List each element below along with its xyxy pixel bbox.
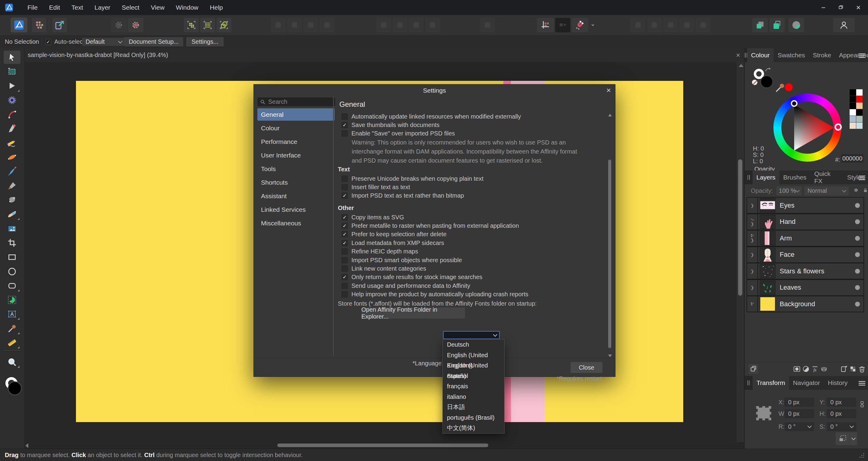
tool-paint-brush[interactable]	[4, 165, 21, 178]
align-1-button[interactable]	[376, 18, 391, 32]
layer-visibility-toggle[interactable]	[855, 285, 860, 290]
extra-4-button[interactable]	[679, 18, 694, 32]
settings-sidebar-item-miscellaneous[interactable]: Miscellaneous	[257, 217, 335, 229]
background-thumbnail[interactable]	[760, 297, 775, 311]
hex-input[interactable]: 000000	[841, 154, 864, 163]
close-button[interactable]: Close	[570, 362, 602, 373]
fill-stroke-selector[interactable]	[4, 377, 21, 396]
layers-tab-brushes[interactable]: Brushes	[779, 170, 810, 184]
checkbox-checked[interactable]: ✓	[341, 231, 348, 237]
tool-knife[interactable]	[4, 179, 21, 193]
grid-small-button[interactable]	[184, 18, 199, 32]
auto-select-dropdown[interactable]: Default	[82, 38, 125, 46]
swatch[interactable]	[856, 89, 863, 96]
settings-sidebar-item-performance[interactable]: Performance	[257, 136, 335, 148]
layer-visibility-toggle[interactable]	[855, 302, 860, 307]
checkbox-unchecked[interactable]	[341, 113, 348, 120]
tool-transparency[interactable]	[4, 208, 21, 221]
arm-thumbnail[interactable]	[760, 231, 775, 245]
checkbox-unchecked[interactable]	[341, 257, 348, 263]
language-option[interactable]: Deutsch	[443, 339, 504, 350]
language-select[interactable]	[443, 331, 500, 339]
align-2-button[interactable]	[393, 18, 407, 32]
swatch[interactable]	[856, 96, 863, 102]
menu-layer[interactable]: Layer	[89, 0, 116, 15]
checkbox-unchecked[interactable]	[341, 283, 348, 289]
transform-tab-transform[interactable]: Transform	[752, 376, 789, 390]
checkbox-checked[interactable]: ✓	[341, 274, 348, 280]
swatch[interactable]	[856, 103, 863, 109]
transform-s-field[interactable]: 0 °	[827, 422, 856, 431]
chevron-right-icon[interactable]: ❯	[750, 222, 754, 226]
settings-sidebar-item-tools[interactable]: Tools	[257, 163, 335, 175]
settings-sidebar-item-linked-services[interactable]: Linked Services	[257, 203, 335, 216]
checkbox-unchecked[interactable]	[341, 248, 348, 255]
align-3-button[interactable]	[409, 18, 424, 32]
menu-edit[interactable]: Edit	[43, 0, 66, 15]
panel-menu-icon[interactable]	[859, 175, 865, 181]
layer-visibility-toggle[interactable]	[855, 203, 860, 208]
chevron-right-icon[interactable]: ❯	[750, 285, 754, 290]
checkbox-checked[interactable]: ✓	[341, 223, 348, 229]
link-dimensions-icon[interactable]	[859, 401, 866, 409]
transform-w-field[interactable]: 0 px	[784, 409, 814, 418]
swatch[interactable]	[849, 116, 856, 122]
shapes-overlap-button[interactable]	[216, 18, 231, 32]
resize-grip[interactable]	[858, 452, 865, 459]
transform-r-field[interactable]: 0 °	[784, 422, 814, 431]
layer-row-eyes[interactable]: ❯Eyes	[747, 197, 864, 213]
tool-colour-picker[interactable]	[4, 322, 21, 335]
layers-tab-quick-fx[interactable]: Quick FX	[810, 170, 843, 184]
colour-picker-icon[interactable]	[775, 83, 785, 93]
grid-dense-button[interactable]	[200, 18, 215, 32]
tool-vector-crop[interactable]	[4, 236, 21, 250]
colour-tab-colour[interactable]: Colour	[747, 48, 774, 62]
affinity-designer-logo-button[interactable]	[11, 18, 27, 32]
extra-3-button[interactable]	[663, 18, 678, 32]
checkbox-checked[interactable]: ✓	[341, 240, 348, 246]
layer-row-stars-flowers[interactable]: ❯Stars & flowers	[747, 263, 864, 279]
tool-pen[interactable]	[4, 122, 21, 136]
transform-y-field[interactable]: 0 px	[827, 398, 856, 407]
checker-icon[interactable]	[849, 365, 857, 373]
settings-button[interactable]: Settings...	[186, 37, 224, 47]
sidebar-scrollbar[interactable]	[333, 96, 334, 356]
tool-corner[interactable]	[4, 108, 21, 121]
layer-row-background[interactable]: Background	[747, 296, 864, 312]
settings-sidebar-item-general[interactable]: General	[257, 108, 335, 121]
tool-node[interactable]	[4, 79, 21, 93]
extra-2-button[interactable]	[647, 18, 662, 32]
swatch[interactable]	[849, 89, 856, 96]
transform-tab-history[interactable]: History	[824, 376, 851, 390]
extra-5-button[interactable]	[695, 18, 711, 32]
layer-expand-cell[interactable]: ❯	[747, 263, 758, 279]
gear-slash-button[interactable]	[128, 18, 144, 32]
checkbox-unchecked[interactable]	[341, 265, 348, 272]
settings-sidebar-item-user-interface[interactable]: User Interface	[257, 149, 335, 162]
open-fonts-folder-button[interactable]: Open Affinity Fonts Folder in Explorer..…	[361, 308, 465, 319]
teal-squares-button[interactable]	[752, 18, 768, 32]
account-person-button[interactable]	[833, 18, 855, 32]
checkbox-checked[interactable]: ✓	[341, 193, 348, 199]
mesh-icon[interactable]	[820, 365, 828, 373]
auto-select-checkbox[interactable]: ✓	[45, 39, 51, 45]
layer-visibility-toggle[interactable]	[855, 252, 860, 257]
chevron-right-icon[interactable]: ❯	[750, 252, 754, 257]
layer-settings-gear-icon[interactable]	[853, 187, 859, 195]
arrange-4-button[interactable]	[319, 18, 335, 32]
transform-x-field[interactable]: 0 px	[784, 398, 814, 407]
panel-drag-handle[interactable]	[745, 170, 752, 184]
menu-help[interactable]: Help	[204, 0, 228, 15]
transform-single-button[interactable]	[480, 18, 495, 32]
fill-swatch[interactable]	[8, 381, 22, 395]
arrange-1-button[interactable]	[271, 18, 286, 32]
face-thumbnail[interactable]	[760, 248, 775, 262]
tool-shape[interactable]	[4, 293, 21, 307]
tool-fill[interactable]	[4, 193, 21, 207]
layer-visibility-toggle[interactable]	[855, 219, 860, 224]
scroll-up-arrow[interactable]	[739, 64, 744, 67]
checkbox-checked[interactable]: ✓	[341, 214, 348, 221]
transform-origin-dropdown[interactable]	[849, 432, 857, 445]
snapping-toggle-button[interactable]	[555, 18, 570, 32]
gear-button[interactable]	[111, 18, 127, 32]
